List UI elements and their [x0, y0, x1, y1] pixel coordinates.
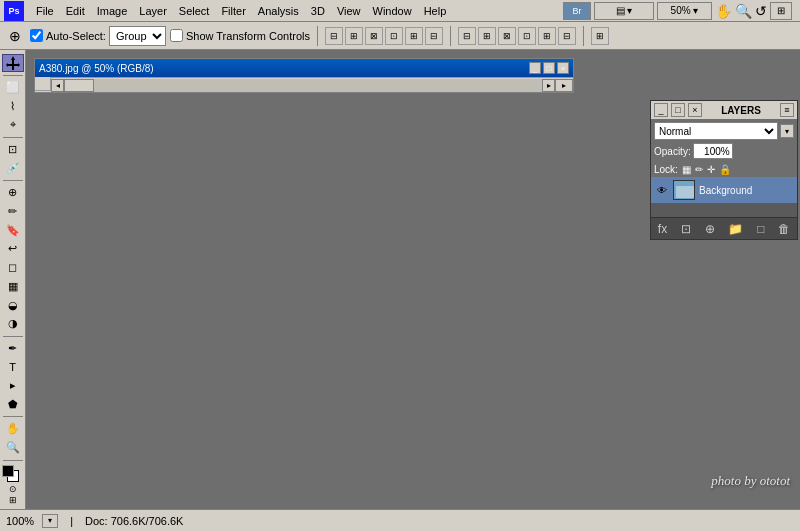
type-tool-btn[interactable]: T — [2, 358, 24, 376]
minimize-btn[interactable]: _ — [529, 62, 541, 74]
scroll-right-btn[interactable]: ▸ — [542, 79, 555, 92]
bridge-btn[interactable]: Br — [563, 2, 591, 20]
magic-wand-btn[interactable]: ⌖ — [2, 116, 24, 134]
blend-mode-row: Normal ▾ — [654, 122, 794, 140]
add-mask-btn[interactable]: ⊡ — [677, 220, 695, 238]
move-tool-options-icon[interactable]: ⊕ — [4, 25, 26, 47]
transform-controls-checkbox[interactable] — [170, 29, 183, 42]
auto-align-icon[interactable]: ⊞ — [591, 27, 609, 45]
zoom-tool-btn[interactable]: 🔍 — [2, 439, 24, 457]
distribute-right-icon[interactable]: ⊠ — [498, 27, 516, 45]
lock-image-icon[interactable]: ✏ — [695, 164, 703, 175]
transform-controls-label: Show Transform Controls — [186, 30, 310, 42]
new-layer-btn[interactable]: □ — [753, 220, 768, 238]
lock-transparent-icon[interactable]: ▦ — [682, 164, 691, 175]
layer-visibility-icon[interactable]: 👁 — [655, 183, 669, 197]
path-selection-btn[interactable]: ▸ — [2, 377, 24, 395]
autoselect-checkbox[interactable] — [30, 29, 43, 42]
document-window: A380.jpg @ 50% (RGB/8) _ □ × 0 1 2 3 4 5… — [34, 58, 574, 93]
blur-btn[interactable]: ◒ — [2, 296, 24, 314]
new-group-btn[interactable]: 📁 — [724, 220, 747, 238]
crop-tool-btn[interactable]: ⊡ — [2, 141, 24, 159]
delete-layer-btn[interactable]: 🗑 — [774, 220, 794, 238]
lock-label: Lock: — [654, 164, 678, 175]
quick-mask-btn[interactable]: ⊙ — [9, 484, 17, 494]
menu-3d[interactable]: 3D — [305, 3, 331, 19]
align-center-h-icon[interactable]: ⊞ — [345, 27, 363, 45]
distribute-bottom-icon[interactable]: ⊟ — [558, 27, 576, 45]
layer-item-background[interactable]: 👁 Background — [651, 177, 797, 203]
menu-select[interactable]: Select — [173, 3, 216, 19]
screen-mode-small-btn[interactable]: ⊞ — [9, 495, 17, 505]
menu-image[interactable]: Image — [91, 3, 134, 19]
menu-edit[interactable]: Edit — [60, 3, 91, 19]
dodge-btn[interactable]: ◑ — [2, 315, 24, 333]
menu-view[interactable]: View — [331, 3, 367, 19]
scroll-left-btn[interactable]: ◂ — [51, 79, 64, 92]
screen-mode-btn[interactable]: ⊞ — [770, 2, 792, 20]
panel-minimize-btn[interactable]: _ — [654, 103, 668, 117]
layers-panel: _ □ × LAYERS ≡ Normal ▾ Opacity: — [650, 100, 798, 240]
lock-all-icon[interactable]: 🔒 — [719, 164, 731, 175]
layers-controls: Normal ▾ Opacity: — [651, 119, 797, 162]
history-brush-btn[interactable]: ↩ — [2, 240, 24, 258]
status-menu-btn[interactable]: ▾ — [42, 514, 58, 528]
opacity-input[interactable] — [693, 143, 733, 159]
distribute-top-icon[interactable]: ⊡ — [518, 27, 536, 45]
pan-tool-icon[interactable]: ✋ — [715, 3, 732, 19]
align-bottom-icon[interactable]: ⊟ — [425, 27, 443, 45]
document-titlebar: A380.jpg @ 50% (RGB/8) _ □ × — [35, 59, 573, 77]
eyedropper-btn[interactable]: 💉 — [2, 159, 24, 177]
align-top-icon[interactable]: ⊡ — [385, 27, 403, 45]
lock-position-icon[interactable]: ✛ — [707, 164, 715, 175]
zoom-tool-icon[interactable]: 🔍 — [735, 3, 752, 19]
panel-maximize-btn[interactable]: □ — [671, 103, 685, 117]
add-style-btn[interactable]: fx — [654, 220, 671, 238]
window-controls: _ □ × — [529, 62, 569, 74]
healing-brush-btn[interactable]: ⊕ — [2, 184, 24, 202]
layers-list: 👁 Background — [651, 177, 797, 217]
distribute-icons-group: ⊟ ⊞ ⊠ ⊡ ⊞ ⊟ — [458, 27, 576, 45]
close-btn[interactable]: × — [557, 62, 569, 74]
scroll-thumb-h[interactable] — [64, 79, 94, 92]
menu-window[interactable]: Window — [367, 3, 418, 19]
marquee-tool-btn[interactable]: ⬜ — [2, 79, 24, 97]
align-right-icon[interactable]: ⊠ — [365, 27, 383, 45]
align-center-v-icon[interactable]: ⊞ — [405, 27, 423, 45]
move-tool-btn[interactable] — [2, 54, 24, 72]
hand-tool-btn[interactable]: ✋ — [2, 420, 24, 438]
maximize-btn[interactable]: □ — [543, 62, 555, 74]
menu-analysis[interactable]: Analysis — [252, 3, 305, 19]
workspace-selector[interactable]: ▤ ▾ — [594, 2, 654, 20]
panel-toggle-btn[interactable]: ▾ — [780, 124, 794, 138]
align-left-icon[interactable]: ⊟ — [325, 27, 343, 45]
document-title: A380.jpg @ 50% (RGB/8) — [39, 63, 154, 74]
menu-file[interactable]: File — [30, 3, 60, 19]
distribute-left-icon[interactable]: ⊟ — [458, 27, 476, 45]
menu-layer[interactable]: Layer — [133, 3, 173, 19]
blend-mode-select[interactable]: Normal — [654, 122, 778, 140]
eraser-btn[interactable]: ◻ — [2, 259, 24, 277]
autoselect-dropdown[interactable]: Group — [109, 26, 166, 46]
watermark-text: photo by ototot — [711, 473, 790, 489]
color-swatches[interactable] — [2, 465, 24, 481]
rotate-tool-icon[interactable]: ↺ — [755, 3, 767, 19]
new-adjustment-btn[interactable]: ⊕ — [701, 220, 719, 238]
pen-tool-btn[interactable]: ✒ — [2, 339, 24, 357]
brush-tool-btn[interactable]: ✏ — [2, 202, 24, 220]
shape-tool-btn[interactable]: ⬟ — [2, 396, 24, 414]
menu-help[interactable]: Help — [418, 3, 453, 19]
distribute-center-v-icon[interactable]: ⊞ — [538, 27, 556, 45]
lasso-tool-btn[interactable]: ⌇ — [2, 97, 24, 115]
gradient-btn[interactable]: ▦ — [2, 277, 24, 295]
menu-filter[interactable]: Filter — [215, 3, 251, 19]
panel-menu-btn[interactable]: ≡ — [780, 103, 794, 117]
panel-close-btn[interactable]: × — [688, 103, 702, 117]
scroll-expand-btn[interactable]: ▸ — [555, 79, 573, 92]
clone-stamp-btn[interactable]: 🔖 — [2, 221, 24, 239]
opacity-row: Opacity: — [654, 143, 794, 159]
distribute-center-h-icon[interactable]: ⊞ — [478, 27, 496, 45]
scroll-track-h[interactable] — [64, 79, 542, 92]
left-toolbar: ⬜ ⌇ ⌖ ⊡ 💉 ⊕ ✏ 🔖 ↩ ◻ ▦ ◒ ◑ ✒ T ▸ ⬟ ✋ 🔍 ⊙ … — [0, 50, 26, 509]
zoom-selector[interactable]: 50% ▾ — [657, 2, 712, 20]
